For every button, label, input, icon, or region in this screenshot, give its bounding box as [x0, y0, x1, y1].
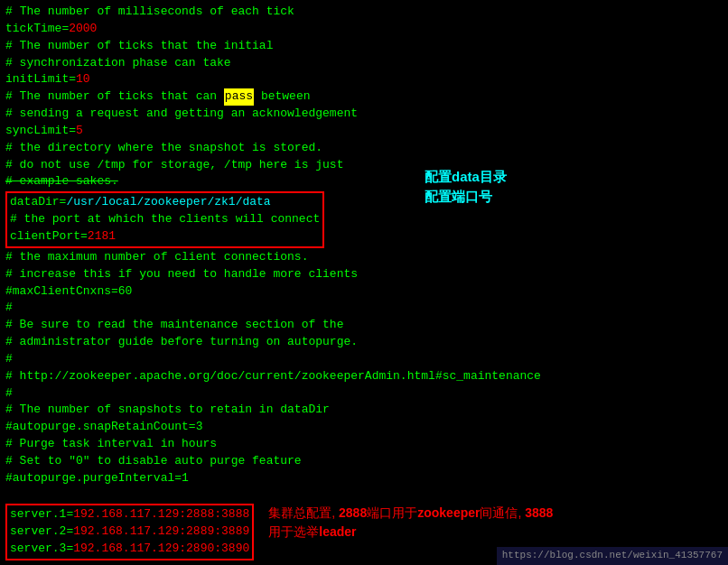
annotation-port: 配置端口号 — [425, 187, 492, 207]
synclimit-key: syncLimit= — [5, 123, 76, 140]
line-27-text: # Set to "0" to disable auto purge featu… — [5, 453, 302, 470]
line-23-text: # — [5, 385, 13, 403]
line-11-text: # example sakes. — [5, 173, 118, 190]
line-24: # The number of snapshots to retain in d… — [5, 402, 723, 419]
clientport-key: clientPort= — [10, 228, 88, 245]
line-7-text: # sending a request and getting an ackno… — [5, 106, 358, 123]
synclimit-val: 5 — [76, 123, 83, 140]
clientport-val: 2181 — [88, 228, 116, 245]
line-15: # the maximum number of client connectio… — [5, 249, 723, 266]
line-10-text: # do not use /tmp for storage, /tmp here… — [5, 157, 343, 174]
line-26-text: # Purge task interval in hours — [5, 436, 217, 453]
line-datadir: dataDir=/usr/local/zookeeper/zk1/data — [10, 194, 320, 211]
line-1-text: The number of milliseconds of each tick — [13, 4, 294, 21]
line-19: # Be sure to read the maintenance sectio… — [5, 317, 723, 334]
ticktime-val: 2000 — [69, 21, 97, 38]
server1-key: server.1= — [10, 506, 73, 523]
datadir-val: /usr/local/zookeeper/zk1/data — [66, 194, 270, 211]
line-26: # Purge task interval in hours — [5, 436, 723, 453]
line-24-text: # The number of snapshots to retain in d… — [5, 402, 330, 419]
line-20-text: # administrator guide before turning on … — [5, 334, 358, 351]
line-ticktime: tickTime=2000 — [5, 21, 723, 38]
line-13: # the port at which the clients will con… — [10, 211, 320, 228]
line-initlimit: initLimit=10 — [5, 71, 723, 88]
line-20: # administrator guide before turning on … — [5, 334, 723, 351]
line-4-text: # synchronization phase can take — [5, 55, 231, 72]
line-13-text: # the port at which the clients will con… — [10, 211, 320, 228]
line-25-text: #autopurge.snapRetainCount=3 — [5, 419, 202, 436]
line-16: # increase this if you need to handle mo… — [5, 266, 723, 283]
line-25: #autopurge.snapRetainCount=3 — [5, 419, 723, 436]
server2-key: server.2= — [10, 523, 73, 541]
line-18: # — [5, 300, 723, 317]
ticktime-key: tickTime= — [5, 21, 69, 38]
server1-line: server.1=192.168.117.129:2888:3888 — [10, 506, 249, 523]
server3-key: server.3= — [10, 541, 73, 558]
line-11: # example sakes. — [5, 173, 723, 190]
line-4: # synchronization phase can take — [5, 55, 723, 72]
line-22: # http://zookeeper.apache.org/doc/curren… — [5, 368, 723, 385]
datadir-clientport-box: dataDir=/usr/local/zookeeper/zk1/data # … — [5, 191, 324, 248]
line-28: #autopurge.purgeInterval=1 — [5, 470, 723, 487]
url-bar: https://blog.csdn.net/weixin_41357767 — [497, 547, 728, 565]
line-27: # Set to "0" to disable auto purge featu… — [5, 453, 723, 470]
line-synclimit: syncLimit=5 — [5, 123, 723, 140]
line-1-hash: # — [5, 4, 13, 21]
line-19-text: # Be sure to read the maintenance sectio… — [5, 317, 343, 334]
terminal: # The number of milliseconds of each tic… — [0, 0, 728, 564]
initlimit-val: 10 — [76, 71, 90, 88]
line-18-text: # — [5, 300, 13, 317]
line-15-text: # the maximum number of client connectio… — [5, 249, 308, 266]
line-17: #maxClientCnxns=60 — [5, 283, 723, 301]
server2-val: 192.168.117.129:2889:3889 — [73, 523, 249, 541]
line-3: # The number of ticks that the initial — [5, 38, 723, 55]
server-box: server.1=192.168.117.129:2888:3888 serve… — [5, 504, 254, 560]
line-23: # — [5, 385, 723, 403]
line-10: # do not use /tmp for storage, /tmp here… — [5, 157, 723, 174]
annotation-datadir: 配置data目录 — [425, 167, 507, 187]
line-16-text: # increase this if you need to handle mo… — [5, 266, 358, 283]
line-9: # the directory where the snapshot is st… — [5, 140, 723, 157]
line-21: # — [5, 351, 723, 368]
line-22-text: # http://zookeeper.apache.org/doc/curren… — [5, 368, 541, 385]
line-21-text: # — [5, 351, 13, 368]
server3-val: 192.168.117.129:2890:3890 — [73, 541, 249, 558]
line-1: # The number of milliseconds of each tic… — [5, 4, 723, 21]
line-28-text: #autopurge.purgeInterval=1 — [5, 470, 189, 487]
line-9-text: # the directory where the snapshot is st… — [5, 140, 322, 157]
datadir-key: dataDir= — [10, 194, 66, 211]
line-3-text: # The number of ticks that the initial — [5, 38, 273, 55]
line-6-post: between — [254, 88, 310, 106]
server-annotation: 集群总配置, 2888端口用于zookeeper间通信, 3888用于选举lea… — [268, 504, 557, 542]
line-6-pre: # The number of ticks that can — [5, 88, 224, 106]
line-17-text: #maxClientCnxns=60 — [5, 283, 132, 301]
pass-highlight: pass — [224, 88, 254, 106]
line-7: # sending a request and getting an ackno… — [5, 106, 723, 123]
server1-val: 192.168.117.129:2888:3888 — [73, 506, 249, 523]
server3-line: server.3=192.168.117.129:2890:3890 — [10, 541, 249, 558]
line-clientport: clientPort=2181 — [10, 228, 320, 245]
line-empty — [5, 487, 723, 505]
server2-line: server.2=192.168.117.129:2889:3889 — [10, 523, 249, 541]
initlimit-key: initLimit= — [5, 71, 76, 88]
line-6: # The number of ticks that can pass betw… — [5, 88, 723, 106]
